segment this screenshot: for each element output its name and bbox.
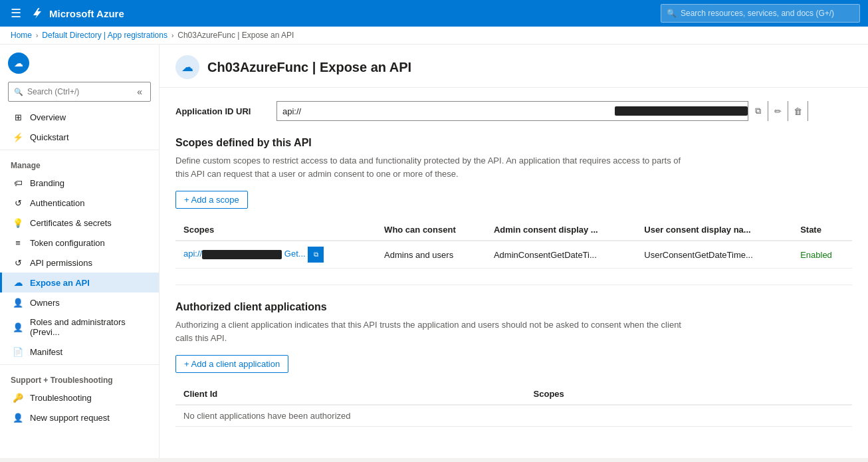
col-client-scopes: Scopes	[526, 384, 852, 405]
breadcrumb-sep-1: ›	[36, 32, 38, 39]
col-scopes: Scopes	[175, 219, 376, 241]
certificates-icon: 💡	[13, 217, 23, 228]
sidebar-divider-2	[0, 364, 159, 365]
sidebar: ☁ 🔍 « ⊞ Overview ⚡ Quickstart Manage 🏷 B…	[0, 45, 160, 458]
scope-copy-icon[interactable]: ⧉	[308, 247, 324, 263]
scope-masked	[202, 250, 282, 259]
scope-get-link[interactable]: Get...	[284, 249, 306, 259]
breadcrumb-sep-2: ›	[171, 32, 173, 39]
sidebar-item-label: Roles and administrators (Previ...	[30, 317, 151, 337]
topbar: ☰ Microsoft Azure 🔍	[0, 0, 868, 27]
breadcrumb-home[interactable]: Home	[11, 31, 32, 40]
sidebar-item-label: Overview	[30, 112, 66, 122]
page-icon: ☁	[181, 60, 193, 74]
sidebar-item-label: Branding	[30, 178, 64, 188]
support-section-label: Support + Troubleshooting	[0, 368, 159, 388]
no-data-row: No client applications have been authori…	[175, 405, 852, 427]
delete-uri-button[interactable]: 🗑	[788, 101, 808, 121]
quickstart-icon: ⚡	[13, 132, 23, 142]
table-row: api:// Get... ⧉ Admins and users AdminCo…	[175, 241, 852, 269]
sidebar-item-branding[interactable]: 🏷 Branding	[0, 173, 159, 193]
token-icon: ≡	[13, 237, 23, 248]
copy-uri-button[interactable]: ⧉	[748, 101, 768, 121]
sidebar-collapse-button[interactable]: «	[134, 85, 145, 98]
app-id-uri-input[interactable]	[277, 102, 615, 120]
scope-value: api:// Get... ⧉	[175, 241, 376, 269]
page-title: Ch03AzureFunc | Expose an API	[207, 60, 411, 75]
sidebar-item-overview[interactable]: ⊞ Overview	[0, 107, 159, 127]
who-consent-value: Admins and users	[376, 241, 486, 269]
app-id-uri-row: Application ID URI ⧉ ✏ 🗑	[175, 101, 852, 121]
sidebar-item-label: Manifest	[30, 347, 62, 357]
roles-icon: 👤	[13, 322, 23, 332]
scope-link[interactable]: api://	[183, 249, 202, 259]
sidebar-item-troubleshooting[interactable]: 🔑 Troubleshooting	[0, 388, 159, 407]
client-table-header: Client Id Scopes	[175, 384, 852, 405]
state-badge: Enabled	[800, 250, 832, 260]
branding-icon: 🏷	[13, 177, 23, 188]
scopes-table-header: Scopes Who can consent Admin consent dis…	[175, 219, 852, 241]
azure-logo[interactable]: Microsoft Azure	[31, 7, 124, 20]
search-icon: 🔍	[667, 9, 677, 18]
breadcrumb: Home › Default Directory | App registrat…	[0, 27, 868, 45]
scopes-table: Scopes Who can consent Admin consent dis…	[175, 219, 852, 269]
manifest-icon: 📄	[13, 346, 23, 357]
scopes-section-desc: Define custom scopes to restrict access …	[175, 154, 694, 180]
sidebar-app-icon: ☁	[8, 53, 29, 74]
sidebar-item-label: Quickstart	[30, 132, 69, 142]
sidebar-nav: ⊞ Overview ⚡ Quickstart Manage 🏷 Brandin…	[0, 107, 159, 458]
user-display-value: UserConsentGetDateTime...	[636, 241, 792, 269]
app-id-uri-masked	[615, 106, 748, 116]
sidebar-item-label: API permissions	[30, 258, 92, 268]
breadcrumb-app-registrations[interactable]: Default Directory | App registrations	[42, 31, 167, 40]
sidebar-item-roles[interactable]: 👤 Roles and administrators (Previ...	[0, 312, 159, 342]
sidebar-search-input[interactable]	[27, 87, 130, 96]
new-support-icon: 👤	[13, 412, 23, 423]
content-body: Application ID URI ⧉ ✏ 🗑 Scopes defined …	[160, 88, 868, 440]
sidebar-item-label: Expose an API	[30, 278, 90, 288]
api-permissions-icon: ↺	[13, 257, 23, 268]
manage-section-label: Manage	[0, 153, 159, 173]
content-area: ☁ Ch03AzureFunc | Expose an API Applicat…	[160, 45, 868, 458]
col-state: State	[792, 219, 852, 241]
admin-display-value: AdminConsentGetDateTi...	[486, 241, 636, 269]
col-user-display: User consent display na...	[636, 219, 792, 241]
sidebar-item-quickstart[interactable]: ⚡ Quickstart	[0, 127, 159, 147]
sidebar-item-new-support[interactable]: 👤 New support request	[0, 407, 159, 427]
add-scope-button[interactable]: + Add a scope	[175, 191, 248, 209]
sidebar-item-authentication[interactable]: ↺ Authentication	[0, 193, 159, 213]
sidebar-search-icon: 🔍	[14, 88, 23, 96]
sidebar-item-api-permissions[interactable]: ↺ API permissions	[0, 253, 159, 273]
overview-icon: ⊞	[13, 112, 23, 122]
sidebar-item-label: Certificates & secrets	[30, 218, 112, 228]
scopes-section-title: Scopes defined by this API	[175, 137, 852, 149]
section-divider	[175, 285, 852, 285]
app-id-uri-box: ⧉ ✏ 🗑	[276, 101, 808, 121]
sidebar-item-owners[interactable]: 👤 Owners	[0, 292, 159, 312]
search-input[interactable]	[681, 9, 854, 18]
owners-icon: 👤	[13, 297, 23, 308]
add-client-button[interactable]: + Add a client application	[175, 355, 288, 373]
sidebar-item-label: Troubleshooting	[30, 393, 92, 403]
sidebar-search-container[interactable]: 🔍 «	[8, 82, 151, 102]
no-data-message: No client applications have been authori…	[175, 405, 852, 427]
sidebar-item-manifest[interactable]: 📄 Manifest	[0, 342, 159, 362]
edit-uri-button[interactable]: ✏	[768, 101, 788, 121]
sidebar-item-label: Token configuration	[30, 238, 105, 248]
col-client-id: Client Id	[175, 384, 526, 405]
sidebar-item-expose-api[interactable]: ☁ Expose an API	[0, 273, 159, 292]
global-search[interactable]: 🔍	[661, 4, 860, 23]
app-id-uri-label: Application ID URI	[175, 106, 269, 116]
authorized-section-desc: Authorizing a client application indicat…	[175, 318, 694, 344]
sidebar-item-label: New support request	[30, 413, 110, 423]
sidebar-item-token[interactable]: ≡ Token configuration	[0, 233, 159, 253]
breadcrumb-current: Ch03AzureFunc | Expose an API	[177, 31, 294, 40]
authentication-icon: ↺	[13, 197, 23, 208]
sidebar-item-label: Owners	[30, 298, 60, 308]
expose-api-icon: ☁	[13, 277, 23, 288]
page-header-icon: ☁	[175, 55, 199, 79]
sidebar-item-certificates[interactable]: 💡 Certificates & secrets	[0, 213, 159, 233]
hamburger-button[interactable]: ☰	[8, 3, 24, 23]
col-admin-display: Admin consent display ...	[486, 219, 636, 241]
sidebar-header: ☁	[0, 45, 159, 79]
